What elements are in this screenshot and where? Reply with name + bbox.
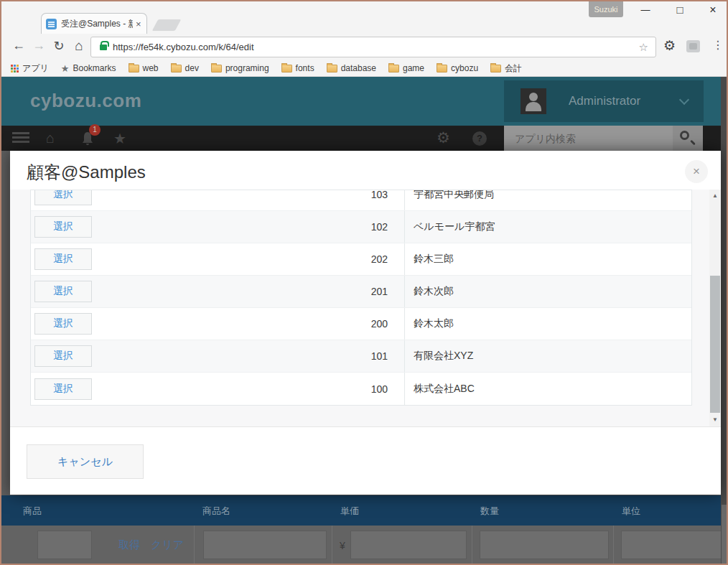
bookmark-folder-dev[interactable]: dev — [171, 63, 199, 73]
apps-label: アプリ — [22, 62, 49, 75]
bookmarks-folder-root[interactable]: ★ Bookmarks — [61, 63, 116, 74]
scroll-up-icon[interactable]: ▲ — [709, 190, 721, 202]
bookmarks-star-icon: ★ — [61, 63, 70, 74]
bookmark-label: database — [341, 63, 376, 73]
bookmark-folder-database[interactable]: database — [327, 63, 376, 73]
profile-badge[interactable]: Suzuki — [589, 1, 623, 17]
dialog-close-icon[interactable]: × — [685, 160, 708, 183]
url-text[interactable]: https://fe54k.cybozu.com/k/64/edit — [113, 42, 639, 52]
user-name: Administrator — [569, 94, 640, 108]
customer-name: 宇都宮中央郵便局 — [404, 190, 691, 210]
gear-icon[interactable]: ⚙ — [437, 129, 450, 146]
bookmark-folder-fonts[interactable]: fonts — [281, 63, 314, 73]
favorites-star-icon[interactable]: ★ — [113, 130, 126, 147]
reload-icon[interactable]: ↻ — [50, 38, 67, 54]
dialog-title: 顧客@Samples — [27, 161, 146, 184]
back-icon[interactable]: ← — [10, 38, 27, 53]
scroll-down-icon[interactable]: ▼ — [709, 414, 721, 426]
product-code-field[interactable] — [37, 531, 92, 559]
select-button[interactable]: 選択 — [34, 281, 92, 302]
folder-icon — [437, 65, 447, 73]
customer-id: 100 — [117, 373, 404, 405]
customer-id: 201 — [117, 276, 404, 307]
select-button[interactable]: 選択 — [34, 216, 92, 238]
bookmark-folder-kaikei[interactable]: 会計 — [490, 62, 522, 75]
browser-navbar: ← → ↻ ⌂ https://fe54k.cybozu.com/k/64/ed… — [1, 34, 727, 60]
tab-favicon-icon — [46, 19, 57, 29]
cancel-button[interactable]: キャンセル — [27, 444, 144, 479]
customer-table: 選択 103 宇都宮中央郵便局 選択 102 ベルモール宇都宮 選択 202 — [30, 190, 692, 406]
browser-home-icon[interactable]: ⌂ — [70, 38, 88, 54]
table-row: 選択 102 ベルモール宇都宮 — [31, 211, 691, 243]
tab-close-icon[interactable]: × — [136, 19, 141, 29]
select-button[interactable]: 選択 — [34, 378, 92, 400]
app-search-input[interactable] — [504, 126, 673, 151]
new-tab-button[interactable] — [152, 19, 182, 31]
customer-lookup-dialog: 顧客@Samples × 選択 103 宇都宮中央郵便局 選択 102 ベルモー… — [10, 151, 721, 495]
select-button[interactable]: 選択 — [34, 345, 92, 367]
quantity-field[interactable] — [480, 531, 609, 559]
bookmark-folder-cybozu[interactable]: cybozu — [437, 63, 478, 73]
folder-icon — [281, 65, 292, 73]
maximize-button[interactable]: □ — [669, 3, 691, 17]
https-lock-icon — [100, 45, 107, 50]
product-name-field[interactable] — [203, 531, 327, 559]
cybozu-logo[interactable]: cybozu.com — [30, 90, 141, 112]
bookmark-folder-programing[interactable]: programing — [211, 63, 269, 73]
clear-link[interactable]: クリア — [151, 538, 184, 552]
unit-price-field[interactable] — [350, 531, 467, 559]
bookmark-label: web — [143, 63, 159, 73]
bookmarks-bar: アプリ ★ Bookmarks web dev programing fonts… — [1, 60, 727, 77]
bookmark-folder-game[interactable]: game — [388, 63, 424, 73]
kintone-toolbar: ⌂ 1 ★ ⚙ ? — [1, 126, 721, 151]
dialog-scrollbar[interactable]: ▲ ▼ — [709, 190, 721, 426]
page-scrollbar[interactable] — [721, 77, 727, 565]
url-bar[interactable]: https://fe54k.cybozu.com/k/64/edit ☆ — [90, 37, 656, 57]
select-button[interactable]: 選択 — [34, 248, 92, 270]
help-icon[interactable]: ? — [472, 131, 487, 146]
page-scrollbar-thumb[interactable] — [722, 505, 727, 565]
search-icon — [680, 131, 689, 140]
user-menu[interactable]: Administrator — [504, 80, 704, 122]
hamburger-menu-icon[interactable] — [12, 132, 29, 144]
column-header: 単価 — [332, 495, 472, 526]
table-row: 選択 201 鈴木次郎 — [31, 276, 691, 308]
browser-menu-icon[interactable]: ⋮ — [712, 38, 724, 52]
column-header: 単位 — [613, 495, 721, 526]
customer-id: 103 — [117, 190, 404, 210]
close-window-button[interactable]: × — [702, 3, 724, 17]
browser-tab[interactable]: 受注@Samples - 新しいレ × — [41, 13, 147, 34]
customer-name: 鈴木三郎 — [404, 243, 691, 275]
bookmark-label: 会計 — [505, 62, 522, 75]
column-header: 数量 — [472, 495, 613, 526]
folder-icon — [490, 65, 501, 73]
select-button[interactable]: 選択 — [34, 190, 92, 205]
get-link[interactable]: 取得 — [118, 538, 140, 552]
column-header: 商品名 — [194, 495, 332, 526]
select-button[interactable]: 選択 — [34, 313, 92, 335]
settings-extension-icon[interactable]: ⚙ — [663, 37, 676, 54]
unit-field[interactable] — [621, 531, 722, 559]
minimize-button[interactable]: — — [635, 3, 656, 17]
subtable-row: 取得 クリア ¥ — [1, 526, 721, 565]
bookmark-folder-web[interactable]: web — [129, 63, 159, 73]
notification-badge: 1 — [89, 124, 101, 136]
table-row: 選択 101 有限会社XYZ — [31, 340, 691, 373]
dialog-body: 選択 103 宇都宮中央郵便局 選択 102 ベルモール宇都宮 選択 202 — [10, 190, 721, 426]
folder-icon — [327, 65, 337, 73]
bookmark-label: cybozu — [451, 63, 478, 73]
search-button[interactable] — [673, 126, 703, 151]
customer-name: 鈴木太郎 — [404, 308, 691, 340]
customer-name: 株式会社ABC — [404, 373, 691, 405]
forward-icon[interactable]: → — [30, 38, 47, 53]
table-row: 選択 103 宇都宮中央郵便局 — [31, 190, 691, 211]
customer-id: 200 — [117, 308, 404, 340]
disabled-extension-icon[interactable] — [686, 40, 700, 52]
apps-shortcut[interactable]: アプリ — [10, 62, 49, 75]
portal-home-icon[interactable]: ⌂ — [46, 130, 55, 146]
bookmark-star-icon[interactable]: ☆ — [639, 41, 648, 54]
customer-id: 101 — [117, 340, 404, 372]
dialog-scrollbar-thumb[interactable] — [710, 276, 720, 413]
table-row: 選択 100 株式会社ABC — [31, 373, 691, 405]
bookmark-label: game — [403, 63, 424, 73]
